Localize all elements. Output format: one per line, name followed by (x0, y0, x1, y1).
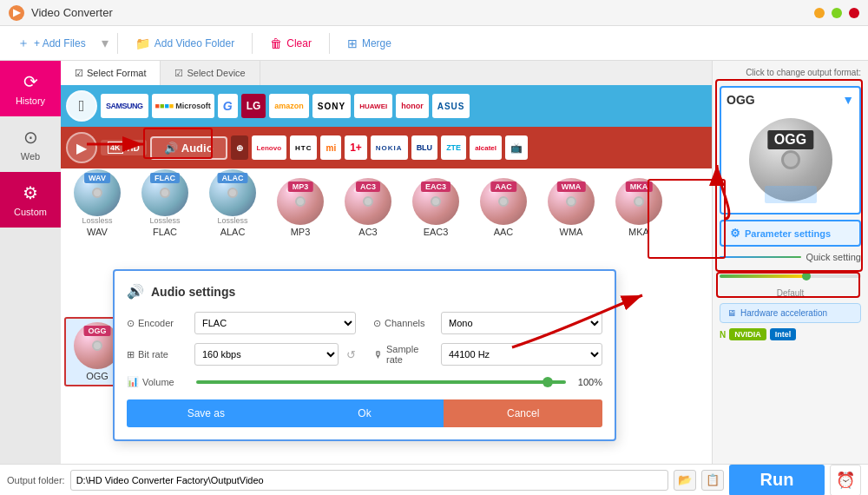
add-files-button[interactable]: ＋ + Add Files (7, 31, 96, 56)
web-button[interactable]: ⊙ Web (0, 116, 61, 172)
flac-format-item[interactable]: FLAC Lossless FLAC (132, 172, 198, 241)
oneplus-logo[interactable]: 1+ (345, 135, 367, 160)
param-icon: ⚙ (730, 227, 740, 240)
audio-settings-title-row: 🔊 Audio settings (127, 283, 602, 300)
htc-logo[interactable]: HTC (290, 135, 317, 160)
channels-select[interactable]: Mono (441, 312, 602, 334)
encoder-label: ⊙ Encoder (127, 318, 189, 329)
volume-slider[interactable] (196, 380, 566, 384)
volume-row: 📊 Volume 100% (127, 376, 602, 387)
mi-logo[interactable]: mi (320, 135, 341, 160)
samplerate-select[interactable]: 44100 Hz (441, 343, 602, 366)
separator3 (329, 33, 330, 54)
history-button[interactable]: ⟳ History (0, 61, 61, 116)
alarm-button[interactable]: ⏰ (830, 465, 861, 496)
bitrate-refresh-icon[interactable]: ↺ (346, 348, 356, 361)
minimize-button[interactable] (814, 8, 825, 18)
4khd-button[interactable]: 4K /HD (101, 140, 147, 155)
cancel-button[interactable]: Cancel (444, 399, 602, 427)
samsung-logo[interactable]: SAMSUNG (101, 94, 148, 118)
output-path-input[interactable] (70, 470, 668, 491)
alac-format-item[interactable]: ALAC Lossless ALAC (200, 172, 266, 241)
format-tabs: ☑ Select Format ☑ Select Device (61, 61, 712, 85)
sony-logo[interactable]: SONY (312, 94, 351, 118)
eac3-disc: EAC3 (412, 178, 459, 225)
eac3-format-item[interactable]: EAC3 EAC3 (403, 172, 469, 241)
open-folder-button[interactable]: 📋 (701, 470, 724, 491)
close-button[interactable] (849, 8, 859, 18)
blu-logo[interactable]: BLU (411, 135, 438, 160)
volume-thumb[interactable] (542, 377, 553, 387)
device-row:  SAMSUNG ■■■■ Microsoft G LG amazon SON… (61, 85, 712, 127)
wav-format-item[interactable]: WAV Lossless WAV (64, 172, 130, 241)
gpu-row: N NVIDIA Intel (720, 328, 861, 340)
app-title: Video Converter (31, 6, 814, 19)
default-label: Default (720, 288, 861, 298)
microsoft-logo[interactable]: ■■■■ Microsoft (152, 94, 214, 118)
encoder-icon: ⊙ (127, 318, 135, 329)
bitrate-field: ⊞ Bit rate 160 kbps ↺ (127, 343, 356, 366)
quick-setting-row: Quick setting (720, 252, 861, 262)
ok-button[interactable]: Ok (286, 399, 444, 427)
bitrate-select[interactable]: 160 kbps (194, 343, 339, 366)
media-type-row: ▶ 4K /HD 🔊 Audio ⊕ Lenovo HTC mi 1+ NOKI… (61, 127, 712, 168)
nvidia-icon: N (720, 330, 726, 340)
parameter-settings-button[interactable]: ⚙ Parameter settings (720, 220, 861, 247)
encoder-select[interactable]: FLAC (194, 312, 356, 334)
add-folder-button[interactable]: 📁 Add Video Folder (125, 32, 246, 55)
history-icon: ⟳ (23, 71, 38, 92)
google-logo[interactable]: G (218, 94, 238, 118)
app-icon: ▶ (9, 5, 24, 21)
custom-button[interactable]: ⚙ Custom (0, 172, 61, 228)
apple-button[interactable]:  (66, 90, 97, 122)
clear-button[interactable]: 🗑 Clear (260, 32, 322, 55)
channels-field: ⊙ Channels Mono (373, 312, 602, 334)
dropdown-arrow-icon[interactable]: ▾ (102, 35, 108, 51)
run-button[interactable]: Run (729, 465, 825, 496)
window-controls (814, 8, 859, 18)
device-tab-checkbox: ☑ (174, 68, 183, 79)
honor-logo[interactable]: honor (396, 94, 429, 118)
format-hint: Click to change output format: (720, 68, 861, 77)
mp3-format-item[interactable]: MP3 MP3 (267, 172, 333, 241)
mic-icon: 🎙 (373, 349, 383, 360)
amazon-logo[interactable]: amazon (269, 94, 309, 118)
channels-label: ⊙ Channels (373, 318, 436, 329)
lenovo-logo[interactable]: Lenovo (252, 135, 286, 160)
select-format-tab[interactable]: ☑ Select Format (61, 61, 161, 85)
browse-folder-button[interactable]: 📂 (674, 470, 696, 491)
maximize-button[interactable] (832, 8, 842, 18)
output-folder-label: Output folder: (7, 475, 65, 485)
ogg-badge: OGG (83, 326, 110, 336)
audio-button[interactable]: 🔊 Audio (150, 136, 227, 160)
encoder-field: ⊙ Encoder FLAC (127, 312, 356, 334)
format-tab-checkbox: ☑ (75, 68, 83, 79)
save-as-button[interactable]: Save as (127, 399, 286, 427)
nvidia-badge: NVIDIA (729, 328, 766, 340)
wav-disc: WAV (74, 169, 121, 216)
asus-logo[interactable]: ASUS (432, 94, 470, 118)
huawei-logo[interactable]: HUAWEI (354, 94, 392, 118)
lg-logo[interactable]: LG (241, 94, 266, 118)
mka-format-item[interactable]: MKA MKA (606, 172, 672, 241)
audio-settings-icon: 🔊 (127, 283, 144, 300)
title-bar: ▶ Video Converter (0, 0, 868, 26)
merge-button[interactable]: ⊞ Merge (337, 32, 402, 55)
motorola-logo[interactable]: ⊕ (231, 135, 248, 160)
mp3-badge: MP3 (288, 182, 313, 192)
mka-badge: MKA (626, 182, 653, 192)
zte-logo[interactable]: ZTE (441, 135, 466, 160)
left-panel: ⟳ History ⊙ Web ⚙ Custom (0, 61, 61, 464)
bottom-bar: Output folder: 📂 📋 Run ⏰ (0, 464, 868, 495)
aac-format-item[interactable]: AAC AAC (470, 172, 536, 241)
select-device-tab[interactable]: ☑ Select Device (161, 61, 260, 85)
nokia-logo[interactable]: NOKIA (371, 135, 408, 160)
wma-format-item[interactable]: WMA WMA (538, 172, 604, 241)
format-dropdown-icon[interactable]: ▼ (842, 93, 854, 107)
audio-settings-popup: 🔊 Audio settings ⊙ Encoder FLAC ⊙ Channe… (113, 269, 616, 441)
tv-logo[interactable]: 📺 (505, 135, 528, 160)
alcatel-logo[interactable]: alcatel (470, 135, 502, 160)
ac3-format-item[interactable]: AC3 AC3 (335, 172, 401, 241)
video-icon-btn[interactable]: ▶ (66, 132, 97, 163)
hardware-acceleration-button[interactable]: 🖥 Hardware acceleration (720, 303, 861, 323)
